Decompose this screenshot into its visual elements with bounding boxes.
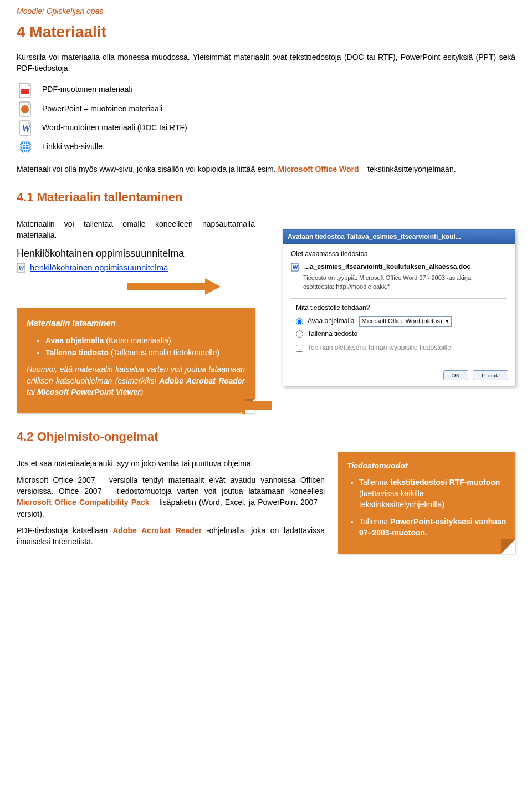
problem-p2a: Microsoft Office 2007 – versiolla tehdyt…: [17, 476, 325, 496]
problem-p1: Jos et saa materiaaleja auki, syy on jok…: [17, 458, 325, 469]
www-note: Materiaali voi olla myös www-sivu, jonka…: [17, 164, 515, 175]
tip-save-bold: Tallenna tiedosto: [45, 348, 109, 357]
dialog-question: Mitä tiedostolle tehdään?: [296, 303, 502, 313]
heading-tallentaminen: 4.1 Materiaalin tallentaminen: [17, 188, 515, 206]
radio-save-label: Tallenna tiedosto: [308, 329, 357, 339]
word-icon: W: [17, 119, 34, 137]
save-intro: Materiaalin voi tallentaa omalle koneell…: [17, 218, 255, 241]
pdf-icon-label: PDF-muotoinen materiaali: [42, 84, 187, 95]
heading-ohjelmisto-ongelmat: 4.2 Ohjelmisto-ongelmat: [17, 428, 515, 446]
sidetip-title: Tiedostomuodot: [347, 460, 507, 471]
radio-save-file[interactable]: [296, 330, 303, 338]
page-curl-icon: [501, 539, 515, 554]
radio-open-label: Avaa ohjelmalla: [308, 317, 355, 326]
problem-p2: Microsoft Office 2007 – versiolla tehdyt…: [17, 474, 325, 519]
powerpoint-icon: [17, 100, 34, 118]
sidetip-li1b: tekstitiedostosi RTF-muotoon: [390, 478, 500, 487]
dialog-filename: ...a_esimies_itsearviointi_koulutuksen_a…: [304, 262, 470, 272]
tip-open-rest: (Katso materiaalia): [104, 336, 171, 345]
sidetip-li2a: Tallenna: [359, 517, 390, 526]
sidetip-li1c: (luettavissa kaikilla tekstinkäsittelyoh…: [359, 489, 444, 509]
tip-open-item: Avaa ohjelmalla (Katso materiaalia): [45, 335, 245, 346]
checkbox-default-label: Tee näin oletuksena tämän tyyppisille ti…: [308, 343, 453, 353]
page-header-title: Moodle: Opiskelijan opas: [17, 6, 515, 17]
tip-note: Huomioi, että materiaalin katselua varte…: [27, 364, 245, 397]
file-type-icon-list: W PDF-muotoinen materiaali PowerPoint – …: [17, 81, 515, 156]
tip-note-b: Adobe Acrobat Reader: [159, 376, 245, 385]
problem-p3a: PDF-tiedostoja katsellaan: [17, 526, 112, 535]
tip-title: Materiaalin lataaminen: [27, 317, 245, 329]
file-download-dialog: Avataan tiedostoa Taitava_esimies_itsear…: [283, 229, 515, 386]
www-note-c: – tekstinkäsittelyohjelmaan.: [359, 165, 456, 173]
arrow-left-icon: [266, 396, 272, 415]
word-doc-icon: W: [291, 263, 300, 272]
open-with-select[interactable]: Microsoft Office Word (oletus) ▾: [359, 316, 452, 327]
word-small-icon: W: [17, 263, 27, 273]
svg-point-3: [21, 105, 29, 113]
download-tip-box: Materiaalin lataaminen Avaa ohjelmalla (…: [17, 308, 255, 413]
svg-text:W: W: [293, 264, 298, 270]
svg-rect-1: [21, 89, 29, 94]
material-section-title: Henkilökohtainen oppimissuunnitelma: [17, 246, 255, 261]
intro-paragraph: Kurssilla voi materiaalia olla monessa m…: [17, 52, 515, 74]
tip-note-d: Micosoft PowerPoint Viewer: [37, 387, 141, 396]
tip-save-item: Tallenna tiedosto (Tallennus omalle tiet…: [45, 347, 245, 358]
pdf-icon: [17, 81, 34, 99]
svg-text:W: W: [22, 123, 32, 134]
course-material-example: Henkilökohtainen oppimissuunnitelma W he…: [17, 246, 255, 274]
radio-open-with[interactable]: [296, 318, 303, 325]
file-formats-tip-box: Tiedostomuodot Tallenna tekstitiedostosi…: [338, 452, 515, 554]
tip-open-bold: Avaa ohjelmalla: [45, 336, 104, 345]
svg-text:W: W: [18, 264, 25, 272]
www-note-a: Materiaali voi olla myös www-sivu, jonka…: [17, 165, 278, 173]
sidetip-li1a: Tallenna: [359, 478, 390, 487]
dialog-intro-label: Olet avaamassa tiedostoa: [291, 249, 507, 259]
sidetip-ppt-item: Tallenna PowerPoint-esityksesi vanhaan 9…: [359, 516, 507, 539]
arrow-right-icon: [127, 278, 255, 295]
word-icon-label: Word-muotoinen materiaali (DOC tai RTF): [42, 122, 187, 133]
material-link[interactable]: henkilökohtainen oppimissuunnitelma: [30, 262, 168, 274]
dialog-titlebar: Avataan tiedostoa Taitava_esimies_itsear…: [283, 230, 515, 244]
checkbox-default[interactable]: [296, 345, 303, 352]
problem-p3: PDF-tiedostoja katsellaan Adobe Acrobat …: [17, 525, 325, 548]
tip-note-e: ).: [141, 387, 146, 396]
open-with-value: Microsoft Office Word (oletus): [362, 318, 442, 324]
web-link-icon: [17, 138, 34, 156]
cancel-button[interactable]: Peruuta: [473, 370, 508, 380]
powerpoint-icon-label: PowerPoint – muotoinen materiaali: [42, 103, 187, 114]
dialog-source: osoitteesta: http://moodle.oakk.fi: [291, 283, 507, 292]
heading-materiaalit: 4 Materiaalit: [17, 21, 515, 44]
ok-button[interactable]: OK: [443, 370, 469, 380]
tip-note-c: tai: [27, 387, 37, 396]
dialog-filetype: Tiedosto on tyyppiä: Microsoft Office Wo…: [291, 274, 507, 283]
ms-word-label: Microsoft Office Word: [278, 165, 359, 173]
compat-pack-label: Microsoft Office Compatibility Pack: [17, 498, 150, 507]
web-link-icon-label: Linkki web-sivulle.: [42, 141, 187, 152]
adobe-reader-label: Adobe Acrobat Reader: [112, 526, 202, 535]
tip-save-rest: (Tallennus omalle tietokoneelle): [109, 348, 219, 357]
sidetip-rtf-item: Tallenna tekstitiedostosi RTF-muotoon (l…: [359, 477, 507, 511]
